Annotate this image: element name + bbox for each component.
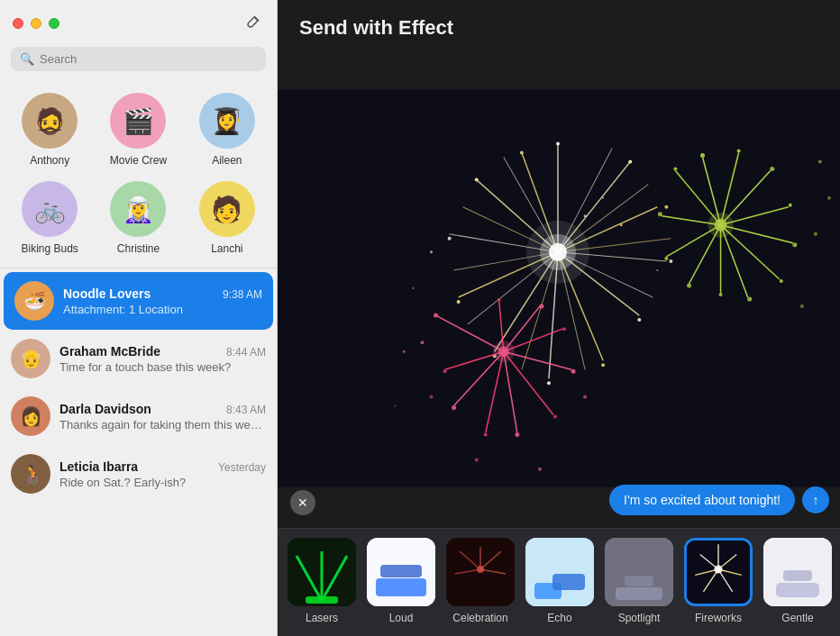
svg-point-132 <box>714 565 722 573</box>
effect-loud[interactable]: Loud <box>364 538 438 624</box>
svg-point-53 <box>553 414 557 418</box>
conv-avatar-noodle-lovers: 🍜 <box>14 281 54 321</box>
conv-header-leticia-ibarra: Leticia Ibarra Yesterday <box>59 459 266 474</box>
svg-rect-134 <box>776 583 819 597</box>
effect-label-loud: Loud <box>389 612 414 624</box>
svg-point-90 <box>827 196 831 200</box>
effect-label-fireworks: Fireworks <box>695 612 742 624</box>
avatar-movie-crew: 🎬 <box>110 93 166 149</box>
avatar-aileen: 👩‍🎓 <box>199 93 255 149</box>
svg-rect-109 <box>376 578 426 596</box>
effect-label-echo: Echo <box>547 612 571 624</box>
conversation-graham-mcbride[interactable]: 👴 Graham McBride 8:44 AM Time for a touc… <box>0 330 277 387</box>
conversation-noodle-lovers[interactable]: 🍜 Noodle Lovers 9:38 AM Attachment: 1 Lo… <box>4 272 273 330</box>
conv-body-leticia-ibarra: Leticia Ibarra Yesterday Ride on Sat.? E… <box>59 459 266 489</box>
conv-time-graham-mcbride: 8:44 AM <box>226 346 266 359</box>
conv-body-graham-mcbride: Graham McBride 8:44 AM Time for a touch … <box>59 344 266 374</box>
svg-point-32 <box>448 237 452 241</box>
effect-spotlight[interactable]: Spotlight <box>602 538 676 624</box>
svg-point-33 <box>475 178 479 182</box>
svg-point-60 <box>475 459 479 462</box>
conversation-leticia-ibarra[interactable]: 🧑‍🦽 Leticia Ibarra Yesterday Ride on Sat… <box>0 445 277 503</box>
svg-point-29 <box>547 381 551 385</box>
contact-name-movie-crew: Movie Crew <box>110 154 167 167</box>
svg-point-56 <box>539 304 543 309</box>
svg-rect-0 <box>278 89 840 486</box>
conv-preview-noodle-lovers: Attachment: 1 Location <box>63 303 262 316</box>
effect-label-lasers: Lasers <box>306 612 338 624</box>
svg-point-37 <box>526 221 589 284</box>
contact-name-christine: Christine <box>117 242 160 255</box>
effect-thumb-lasers <box>288 538 356 606</box>
svg-point-85 <box>719 293 723 296</box>
conv-header-noodle-lovers: Noodle Lovers 9:38 AM <box>63 286 262 301</box>
svg-point-23 <box>556 141 560 145</box>
avatar-christine: 🧝‍♀️ <box>110 181 166 237</box>
divider <box>0 268 277 268</box>
svg-point-34 <box>520 151 524 155</box>
pinned-contacts: 🧔 Anthony 🎬 Movie Crew 👩‍🎓 Aileen 🚲 Biki… <box>0 80 277 264</box>
svg-point-54 <box>571 369 576 374</box>
svg-point-84 <box>747 297 752 302</box>
close-window-button[interactable] <box>13 18 23 29</box>
effect-echo[interactable]: Echo <box>523 538 597 624</box>
effect-fireworks[interactable]: Fireworks <box>681 538 755 624</box>
svg-point-101 <box>403 350 406 353</box>
effect-thumb-gentle <box>763 538 832 606</box>
send-button[interactable]: ↑ <box>802 486 829 513</box>
svg-point-87 <box>664 257 668 260</box>
svg-point-48 <box>434 313 438 318</box>
search-input[interactable] <box>40 52 257 66</box>
main-header: Send with Effect <box>278 0 840 49</box>
svg-point-25 <box>664 205 668 209</box>
conv-preview-leticia-ibarra: Ride on Sat.? Early-ish? <box>59 476 266 489</box>
minimize-window-button[interactable] <box>31 18 41 29</box>
close-btn-area: ✕ <box>290 490 315 515</box>
pinned-contact-lanchi[interactable]: 🧑 Lanchi <box>185 176 269 260</box>
conv-avatar-leticia-ibarra: 🧑‍🦽 <box>11 454 50 494</box>
svg-point-80 <box>770 167 774 171</box>
avatar-lanchi: 🧑 <box>199 181 255 237</box>
avatar-anthony: 🧔 <box>22 93 78 149</box>
svg-point-28 <box>601 363 605 367</box>
pinned-contact-movie-crew[interactable]: 🎬 Movie Crew <box>96 87 180 172</box>
svg-point-96 <box>602 197 604 199</box>
effect-lasers[interactable]: Lasers <box>285 538 359 624</box>
contact-name-biking-buds: Biking Buds <box>21 242 78 255</box>
compose-button[interactable] <box>242 11 264 37</box>
svg-point-24 <box>628 160 632 164</box>
effect-gentle[interactable]: Gentle <box>761 538 835 624</box>
effect-celebration[interactable]: Celebration <box>443 538 517 624</box>
avatar-biking-buds: 🚲 <box>22 181 78 237</box>
pinned-contact-christine[interactable]: 🧝‍♀️ Christine <box>96 176 180 260</box>
conv-body-darla-davidson: Darla Davidson 8:43 AM Thanks again for … <box>59 402 266 432</box>
conversation-darla-davidson[interactable]: 👩 Darla Davidson 8:43 AM Thanks again fo… <box>0 387 277 445</box>
effect-label-gentle: Gentle <box>781 612 813 624</box>
fireworks-display <box>278 49 840 528</box>
svg-point-98 <box>656 269 658 271</box>
titlebar <box>0 0 277 47</box>
conv-time-leticia-ibarra: Yesterday <box>218 461 266 474</box>
conv-name-darla-davidson: Darla Davidson <box>59 402 151 416</box>
svg-point-59 <box>430 395 434 398</box>
page-title: Send with Effect <box>299 16 453 39</box>
fireworks-area: I'm so excited about tonight! ↑ ✕ <box>278 49 840 528</box>
fullscreen-window-button[interactable] <box>49 18 59 29</box>
pinned-contact-biking-buds[interactable]: 🚲 Biking Buds <box>7 176 92 260</box>
svg-rect-120 <box>552 574 585 590</box>
pinned-contact-anthony[interactable]: 🧔 Anthony <box>7 87 92 172</box>
svg-point-27 <box>637 318 641 322</box>
effect-label-spotlight: Spotlight <box>618 612 661 624</box>
svg-point-57 <box>498 298 501 302</box>
search-bar[interactable]: 🔍 <box>11 47 266 71</box>
svg-rect-122 <box>616 587 662 600</box>
conv-preview-darla-davidson: Thanks again for taking them this weeken… <box>59 418 266 432</box>
close-effect-button[interactable]: ✕ <box>290 490 315 515</box>
conversations-list: 🍜 Noodle Lovers 9:38 AM Attachment: 1 Lo… <box>0 272 277 636</box>
svg-rect-110 <box>380 565 422 577</box>
effect-thumb-celebration <box>446 538 515 606</box>
svg-point-61 <box>538 468 542 471</box>
svg-point-83 <box>780 279 783 283</box>
pinned-contact-aileen[interactable]: 👩‍🎓 Aileen <box>185 87 269 172</box>
effects-strip: Lasers Loud Celebration Echo Spotlight <box>278 528 840 636</box>
